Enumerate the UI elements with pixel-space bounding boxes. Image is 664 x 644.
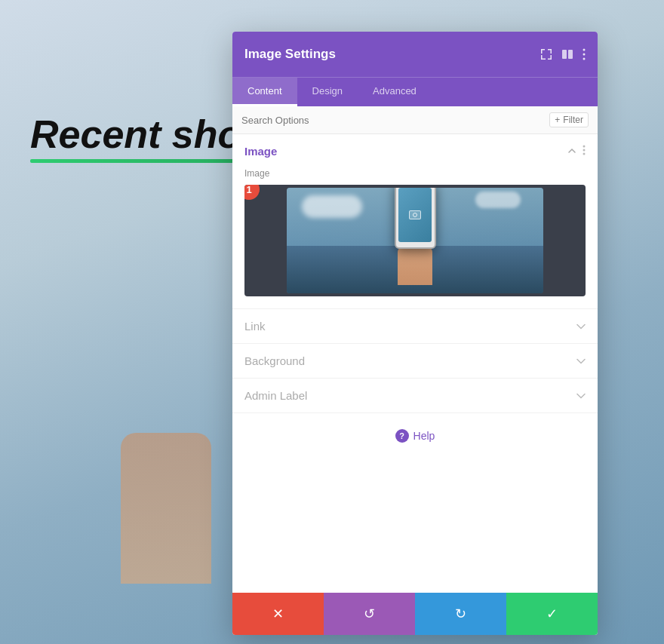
- cancel-button[interactable]: ✕: [232, 593, 324, 635]
- scene-phone-camera: [409, 210, 421, 219]
- redo-icon: ↻: [455, 606, 466, 622]
- image-section-controls: [567, 145, 586, 158]
- header-icons: [540, 48, 586, 60]
- background-chevron-icon[interactable]: [576, 356, 586, 366]
- save-icon: ✓: [546, 606, 558, 622]
- help-label: Help: [413, 430, 435, 442]
- image-badge: 1: [244, 185, 260, 200]
- split-icon[interactable]: [561, 48, 573, 60]
- modal-header: Image Settings: [232, 32, 598, 77]
- background-section-icons: [576, 356, 586, 366]
- section-more-icon[interactable]: [583, 145, 586, 158]
- link-chevron-icon[interactable]: [576, 321, 586, 332]
- modal-title: Image Settings: [244, 47, 336, 62]
- background-section: Background: [232, 344, 598, 379]
- modal-panel: Image Settings: [232, 32, 598, 635]
- image-section-header[interactable]: Image: [232, 134, 598, 168]
- heading-text: Recent sho: [30, 112, 241, 156]
- scene-cloud1: [302, 195, 362, 218]
- filter-label: Filter: [563, 115, 583, 125]
- modal-footer: ✕ ↺ ↻ ✓: [232, 593, 598, 635]
- undo-icon: ↺: [364, 606, 375, 622]
- svg-point-3: [583, 54, 586, 56]
- admin-label-section: Admin Label: [232, 379, 598, 413]
- admin-label-section-header[interactable]: Admin Label: [232, 379, 598, 412]
- search-bar: + Filter: [232, 106, 598, 134]
- svg-point-6: [583, 149, 586, 152]
- link-section-icons: [576, 321, 586, 332]
- svg-point-5: [583, 146, 586, 148]
- heading-underline: [30, 159, 241, 163]
- image-upload-area[interactable]: 1: [244, 185, 586, 296]
- modal-content: Image: [232, 134, 598, 593]
- image-section-title: Image: [244, 145, 277, 158]
- background-section-title: Background: [244, 354, 305, 367]
- image-field-label: Image: [244, 168, 586, 179]
- page-heading: Recent sho: [30, 113, 241, 163]
- scene-camera-lens: [413, 213, 417, 217]
- image-section: Image: [232, 134, 598, 309]
- tabs-bar: Content Design Advanced: [232, 77, 598, 106]
- hand-decoration: [121, 433, 211, 584]
- redo-button[interactable]: ↻: [415, 593, 506, 635]
- scene-bg: [287, 188, 543, 293]
- image-section-content: Image 1: [232, 168, 598, 308]
- tab-content[interactable]: Content: [232, 78, 297, 106]
- filter-plus-icon: +: [555, 115, 560, 125]
- svg-point-2: [583, 49, 586, 51]
- link-section-title: Link: [244, 320, 266, 333]
- phone-hand-group: [395, 196, 436, 285]
- tab-design[interactable]: Design: [297, 78, 358, 106]
- scene-hand: [398, 247, 432, 285]
- more-options-icon[interactable]: [583, 48, 586, 60]
- background-section-header[interactable]: Background: [232, 344, 598, 378]
- admin-label-section-icons: [576, 391, 586, 401]
- svg-rect-1: [568, 50, 573, 59]
- collapse-icon[interactable]: [567, 146, 576, 158]
- tab-advanced[interactable]: Advanced: [358, 78, 432, 106]
- undo-button[interactable]: ↺: [324, 593, 415, 635]
- fullscreen-icon[interactable]: [540, 48, 552, 60]
- filter-button[interactable]: + Filter: [549, 112, 589, 127]
- scene-cloud2: [475, 192, 521, 208]
- preview-image: [287, 188, 543, 293]
- admin-label-chevron-icon[interactable]: [576, 391, 586, 401]
- link-section-header[interactable]: Link: [232, 309, 598, 343]
- scene-phone-screen: [398, 188, 432, 242]
- help-section: ? Help: [232, 413, 598, 458]
- help-button[interactable]: ? Help: [395, 429, 435, 443]
- save-button[interactable]: ✓: [506, 593, 598, 635]
- cancel-icon: ✕: [272, 606, 284, 622]
- search-input[interactable]: [241, 115, 549, 126]
- svg-rect-0: [562, 50, 567, 59]
- svg-point-4: [583, 58, 586, 60]
- help-circle-icon: ?: [395, 429, 409, 443]
- link-section: Link: [232, 309, 598, 344]
- scene-phone: [395, 188, 436, 249]
- svg-point-7: [583, 153, 586, 155]
- admin-label-section-title: Admin Label: [244, 389, 307, 402]
